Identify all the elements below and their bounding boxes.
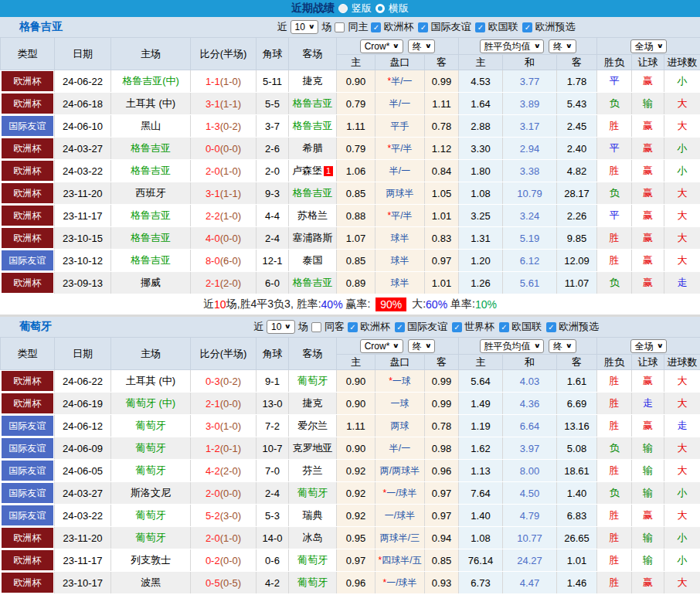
away-odds: 0.96 <box>425 460 459 482</box>
col-goals: 进球数 <box>664 355 700 370</box>
match-date: 23-11-20 <box>55 182 111 205</box>
competition-checkbox[interactable]: ✓ <box>348 322 358 332</box>
score-cell: 0-5(0-5) <box>191 572 257 594</box>
competition-label[interactable]: 欧洲预选 <box>535 20 575 34</box>
competition-label[interactable]: 欧国联 <box>511 320 542 334</box>
same-venue-label[interactable]: 同主 <box>348 20 368 34</box>
goals-result-cell: 大 <box>664 370 700 393</box>
mean-select-header: 胜平负均值∨ 终∨ <box>459 38 597 55</box>
score-cell: 2-0(0-0) <box>191 482 257 505</box>
competition-checkbox[interactable]: ✓ <box>395 322 405 332</box>
odds-company-value: Crow* <box>365 341 390 352</box>
layout-horizontal-label[interactable]: 横版 <box>389 2 409 15</box>
competition-label[interactable]: 欧国联 <box>488 20 518 34</box>
col-mean-away: 客 <box>557 55 597 70</box>
odds-final-select[interactable]: 终∨ <box>408 39 436 53</box>
odds-select-header: Crow*∨ 终∨ <box>337 338 459 355</box>
away-team: 泰国 <box>289 250 337 272</box>
home-odds: 0.90 <box>337 393 375 415</box>
result-cell: 胜 <box>597 415 632 437</box>
competition-label[interactable]: 欧洲杯 <box>383 20 413 34</box>
competition-label[interactable]: 欧洲预选 <box>559 320 599 334</box>
result-cell: 负 <box>597 93 632 115</box>
away-team: 冰岛 <box>289 527 337 549</box>
corner-score: 7-0 <box>257 460 289 482</box>
mean-final-select[interactable]: 终∨ <box>549 339 576 353</box>
handicap-result-cell: 输 <box>632 549 664 572</box>
odds-company-select[interactable]: Crow*∨ <box>360 339 403 353</box>
match-count-select[interactable]: 10∨ <box>291 20 319 34</box>
col-handicap-result: 让球 <box>632 55 664 70</box>
competition-checkbox[interactable]: ✓ <box>452 322 462 332</box>
match-date: 24-06-19 <box>55 393 111 415</box>
odds-company-select[interactable]: Crow*∨ <box>360 39 403 53</box>
mean-away-odds: 9.85 <box>557 227 597 250</box>
col-mean-home: 主 <box>459 55 503 70</box>
competition-checkbox[interactable]: ✓ <box>499 322 509 332</box>
mean-type-select[interactable]: 胜平负均值∨ <box>480 339 545 353</box>
handicap-line: 球半 <box>375 250 425 272</box>
competition-label[interactable]: 世界杯 <box>464 320 494 334</box>
home-odds: 0.79 <box>337 138 375 160</box>
away-odds: 1.01 <box>425 205 459 227</box>
away-team: 葡萄牙 <box>289 549 337 572</box>
match-count-select[interactable]: 10∨ <box>267 320 295 334</box>
match-row: 欧洲杯24-03-22格鲁吉亚2-0(1-0)2-0卢森堡11.06半/一0.8… <box>1 160 700 182</box>
goals-result-cell: 小 <box>664 160 700 182</box>
goals-result-cell: 小 <box>664 138 700 160</box>
same-venue-label[interactable]: 同客 <box>325 320 345 334</box>
odds-final-select[interactable]: 终∨ <box>408 339 436 353</box>
same-venue-checkbox[interactable] <box>335 22 345 32</box>
match-type: 欧洲杯 <box>1 227 55 250</box>
competition-badge: 欧洲杯 <box>2 138 54 158</box>
match-type: 欧洲杯 <box>1 160 55 182</box>
summary-segment: 大: <box>409 298 426 311</box>
col-home: 主场 <box>111 38 191 70</box>
team-name-link[interactable]: 格鲁吉亚 <box>0 20 155 34</box>
mean-draw-odds: 6.64 <box>503 415 557 437</box>
team-name-link[interactable]: 葡萄牙 <box>0 320 155 334</box>
home-odds: 0.90 <box>337 437 375 460</box>
handicap-result-cell: 走 <box>632 393 664 415</box>
match-date: 23-11-17 <box>55 549 111 572</box>
competition-checkbox[interactable]: ✓ <box>475 22 485 32</box>
away-team: 芬兰 <box>289 460 337 482</box>
mean-final-select[interactable]: 终∨ <box>549 39 576 53</box>
summary-segment: 60% <box>426 298 447 311</box>
scope-select[interactable]: 全场∨ <box>630 339 668 353</box>
competition-checkbox[interactable]: ✓ <box>371 22 381 32</box>
result-cell: 胜 <box>597 115 632 138</box>
chevron-down-icon: ∨ <box>656 41 663 52</box>
home-team: 斯洛文尼 <box>111 482 191 505</box>
away-odds: 0.78 <box>425 115 459 138</box>
mean-home-odds: 1.31 <box>459 227 503 250</box>
same-venue-checkbox[interactable] <box>311 322 321 332</box>
match-row: 欧洲杯23-11-17格鲁吉亚2-2(1-0)4-4苏格兰0.88*平/半1.0… <box>1 205 700 227</box>
col-mean-draw: 和 <box>503 355 557 370</box>
home-odds: 0.85 <box>337 182 375 205</box>
home-odds: 0.88 <box>337 205 375 227</box>
layout-vertical-label[interactable]: 竖版 <box>352 2 372 15</box>
scope-select[interactable]: 全场∨ <box>630 39 668 53</box>
layout-horizontal-radio[interactable] <box>375 4 385 13</box>
competition-checkbox[interactable]: ✓ <box>522 22 532 32</box>
match-row: 欧洲杯23-11-20葡萄牙2-0(1-0)14-0冰岛0.95两球半/三0.9… <box>1 527 700 549</box>
home-odds: 0.90 <box>337 70 375 93</box>
home-team: 葡萄牙 <box>111 527 191 549</box>
competition-label[interactable]: 欧洲杯 <box>360 320 390 334</box>
mean-type-select[interactable]: 胜平负均值∨ <box>480 39 545 53</box>
layout-vertical-radio[interactable] <box>338 4 348 13</box>
match-type: 欧洲杯 <box>1 272 55 294</box>
mean-away-odds: 18.61 <box>557 460 597 482</box>
filters: 近 10∨ 场 同主 ✓欧洲杯✓国际友谊✓欧国联✓欧洲预选 <box>155 20 700 34</box>
away-odds: 0.98 <box>425 437 459 460</box>
mean-away-odds: 28.17 <box>557 182 597 205</box>
competition-badge: 欧洲杯 <box>2 573 54 593</box>
competition-label[interactable]: 国际友谊 <box>430 20 471 34</box>
mean-home-odds: 1.08 <box>459 527 503 549</box>
competition-checkbox[interactable]: ✓ <box>418 22 428 32</box>
handicap-line: 一球 <box>375 393 425 415</box>
competition-label[interactable]: 国际友谊 <box>407 320 447 334</box>
competition-badge: 欧洲杯 <box>2 183 54 203</box>
competition-checkbox[interactable]: ✓ <box>546 322 556 332</box>
